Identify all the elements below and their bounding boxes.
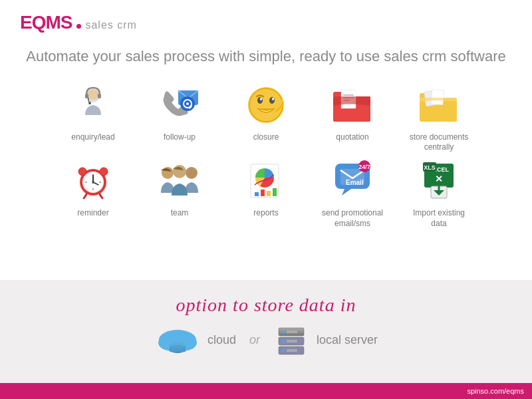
svg-rect-76: [287, 349, 297, 352]
svg-point-1: [88, 89, 98, 100]
quotation-label: quotation: [336, 132, 368, 143]
logo-dot: [76, 24, 81, 29]
svg-text:24/7: 24/7: [358, 164, 370, 170]
svg-rect-43: [255, 192, 259, 196]
feature-reminder: reminder: [50, 160, 136, 229]
svg-text:XLS: XLS: [424, 164, 436, 171]
svg-text:Email: Email: [346, 179, 364, 186]
import-data-label: Import existingdata: [413, 208, 465, 229]
bottom-section: option to store data in cloud o: [0, 280, 532, 383]
svg-point-8: [186, 102, 189, 105]
svg-rect-74: [287, 340, 297, 342]
svg-point-12: [269, 97, 275, 104]
feature-enquiry-lead: enquiry/lead: [50, 84, 136, 153]
feature-follow-up: follow-up: [136, 84, 223, 153]
svg-rect-44: [261, 190, 265, 196]
tagline: Automate your sales process with simple,…: [26, 47, 505, 67]
reminder-label: reminder: [77, 208, 108, 219]
team-icon: [158, 160, 201, 203]
svg-point-40: [173, 165, 186, 178]
team-label: team: [171, 208, 189, 219]
storage-options: cloud or: [154, 325, 378, 355]
server-option: local server: [273, 325, 378, 355]
logo-eqms: EQMS: [20, 12, 72, 33]
enquiry-lead-label: enquiry/lead: [71, 132, 114, 143]
feature-import-data: EXCEL ✕ XLS Import existingdata: [396, 160, 482, 229]
svg-point-71: [282, 331, 285, 333]
footer-link: spinso.com/eqms: [467, 387, 524, 395]
feature-quotation: quotation: [309, 84, 396, 153]
svg-point-73: [282, 340, 285, 342]
svg-point-13: [260, 98, 262, 100]
feature-email-sms: Email 24/7 send promotionalemail/sms: [309, 160, 396, 229]
email-sms-label: send promotionalemail/sms: [322, 208, 383, 229]
header: EQMS sales crm: [0, 0, 532, 40]
logo-subtitle: sales crm: [85, 19, 136, 31]
headset-icon: [72, 84, 115, 127]
features-row-1: enquiry/lead: [13, 84, 519, 153]
excel-import-icon: EXCEL ✕ XLS: [418, 160, 461, 203]
svg-point-66: [170, 345, 186, 350]
server-label: local server: [317, 333, 378, 347]
svg-point-75: [282, 349, 285, 352]
follow-up-label: follow-up: [164, 132, 196, 143]
svg-rect-24: [431, 90, 444, 105]
svg-text:✕: ✕: [435, 174, 443, 184]
email-phone-icon: [158, 84, 201, 127]
footer-bar: spinso.com/eqms: [0, 383, 532, 399]
svg-point-14: [272, 98, 274, 100]
feature-store-docs: store documentscentrally: [396, 84, 482, 153]
svg-rect-45: [267, 191, 271, 196]
cloud-option: cloud: [154, 325, 236, 355]
closure-label: closure: [253, 132, 279, 143]
svg-point-35: [92, 181, 94, 184]
svg-rect-46: [273, 188, 277, 196]
store-docs-label: store documentscentrally: [410, 132, 469, 153]
chart-icon: [245, 160, 288, 203]
features-grid: enquiry/lead: [13, 84, 519, 229]
svg-point-39: [186, 167, 198, 179]
cloud-label: cloud: [207, 333, 236, 347]
main-content: Automate your sales process with simple,…: [0, 40, 532, 280]
smiley-icon: [245, 84, 288, 127]
feature-closure: closure: [223, 84, 309, 153]
feature-reports: reports: [223, 160, 309, 229]
folder-yellow-icon: [418, 84, 461, 127]
email-bubble-icon: Email 24/7: [331, 160, 374, 203]
alarm-icon: [72, 160, 115, 203]
svg-point-4: [88, 102, 91, 104]
svg-rect-72: [287, 331, 297, 333]
folder-red-icon: [331, 84, 374, 127]
feature-team: team: [136, 160, 223, 229]
store-tagline: option to store data in: [176, 295, 356, 316]
logo-area: EQMS sales crm: [20, 12, 512, 33]
features-row-2: reminder: [13, 160, 519, 229]
svg-rect-3: [98, 94, 101, 98]
or-text: or: [249, 333, 260, 347]
svg-point-37: [100, 168, 108, 176]
reports-label: reports: [253, 208, 278, 219]
svg-point-36: [78, 168, 86, 176]
svg-point-11: [257, 97, 263, 104]
